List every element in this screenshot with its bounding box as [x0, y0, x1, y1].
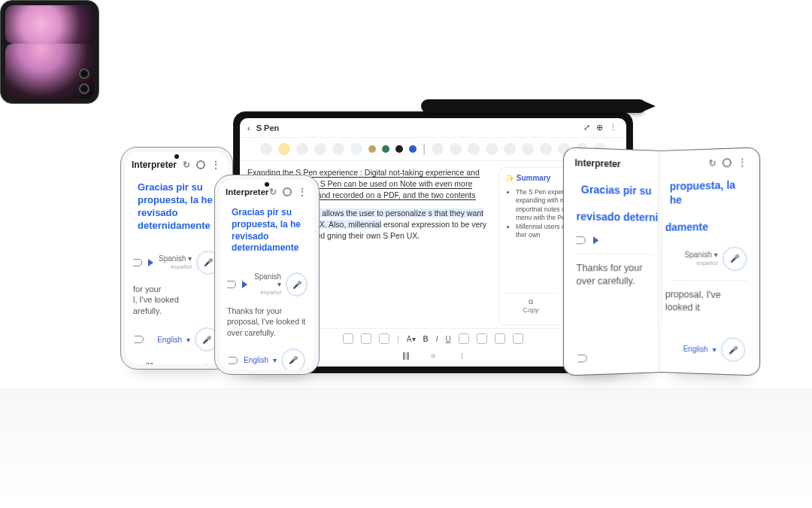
play-icon[interactable] — [148, 259, 153, 266]
play-icon[interactable] — [242, 281, 247, 288]
cloud-icon[interactable] — [350, 143, 362, 155]
redo-icon[interactable] — [450, 143, 462, 155]
sound-icon[interactable] — [229, 357, 238, 364]
more-icon[interactable]: ⋮ — [298, 187, 308, 196]
color-dot-2[interactable] — [382, 145, 389, 153]
settings-icon[interactable] — [723, 158, 732, 168]
interpreter-target-text-part1: Thanks for your — [568, 254, 660, 275]
nav-back-icon[interactable]: 〈 — [456, 351, 464, 362]
eraser-icon[interactable] — [314, 143, 326, 155]
settings-icon[interactable] — [196, 160, 205, 169]
phone-navbar: ‖‖ ○ 〈 — [126, 359, 228, 364]
italic-icon[interactable]: I — [436, 335, 438, 343]
interpreter-target-toolbar — [568, 348, 660, 370]
flip-cover-top — [5, 5, 94, 44]
camera-lens — [79, 84, 89, 94]
play-icon[interactable] — [593, 237, 598, 245]
nav-back-icon[interactable]: 〈 — [200, 362, 208, 364]
source-language-native: español — [696, 260, 717, 266]
flip-phone-closed — [0, 0, 99, 104]
nav-home-icon[interactable]: ○ — [431, 351, 435, 362]
mic-button[interactable]: 🎤 — [723, 246, 747, 271]
fold-phone-open: Interpreter Gracias pir su revisado dete… — [564, 151, 759, 373]
history-icon[interactable]: ↻ — [183, 160, 190, 169]
pen-icon[interactable] — [278, 143, 290, 155]
interpreter-header-right: ↻ ⋮ — [664, 153, 755, 174]
mic-icon[interactable] — [486, 143, 498, 155]
interpreter-target-toolbar: English ▾ 🎤 — [664, 331, 755, 370]
align-icon[interactable] — [459, 333, 469, 344]
cursor-icon[interactable] — [260, 143, 272, 155]
sound-icon[interactable] — [576, 237, 585, 245]
textcolor-icon[interactable] — [495, 333, 505, 344]
interpreter-source-text: Gracias pir su propuesta, la he revisado… — [227, 201, 307, 263]
camera-punch-hole — [174, 154, 179, 159]
fold-left-pane: Interpreter Gracias pir su revisado dete… — [563, 147, 665, 376]
bold-icon[interactable]: B — [423, 335, 429, 343]
sound-icon[interactable] — [133, 259, 142, 266]
sound-icon[interactable] — [578, 354, 587, 363]
interpreter-source-text-part4: damente — [665, 220, 747, 233]
back-icon[interactable]: ‹ — [247, 123, 250, 132]
source-language[interactable]: Spanish — [159, 254, 186, 263]
table-icon[interactable] — [522, 143, 534, 155]
expand-icon[interactable]: ⤢ — [583, 123, 590, 132]
interpreter-source-text-part2: revisado deterni — [576, 211, 659, 224]
more-icon[interactable]: ⋮ — [211, 160, 222, 169]
more-icon[interactable]: ⋮ — [609, 123, 619, 132]
more-icon[interactable]: ⋮ — [738, 157, 748, 167]
indent-icon[interactable] — [379, 333, 389, 344]
camera-lens — [79, 68, 89, 79]
undo-icon[interactable] — [432, 143, 444, 155]
nav-home-icon[interactable]: ○ — [174, 362, 179, 364]
interpreter-target-text-part3: proposal, I've looked it — [664, 281, 755, 316]
summary-copy-button[interactable]: ⧉Copy — [505, 293, 556, 318]
interpreter-source-toolbar — [568, 232, 660, 249]
underline-icon[interactable]: U — [446, 335, 451, 343]
numlist-icon[interactable] — [361, 333, 371, 344]
source-language[interactable]: Spanish — [254, 272, 281, 281]
mic-button[interactable]: 🎤 — [721, 337, 746, 363]
lasso-icon[interactable] — [332, 143, 344, 155]
sound-icon[interactable] — [227, 281, 236, 288]
font-indicator[interactable]: A▾ — [407, 335, 416, 343]
attach-icon[interactable] — [468, 143, 480, 155]
interpreter-source-toolbar: Spanish ▾ español 🎤 — [126, 246, 228, 278]
phone-1-screen: Interpreter ↻ ⋮ Gracias pir su propuesta… — [126, 152, 228, 364]
mic-button[interactable]: 🎤 — [286, 272, 308, 297]
color-dot-3[interactable] — [395, 145, 403, 153]
highlighter-icon[interactable] — [296, 143, 308, 155]
interpreter-title: Interpreter — [574, 157, 654, 170]
nav-recents-icon[interactable]: ‖‖ — [402, 351, 410, 362]
strike-icon[interactable] — [477, 333, 487, 344]
list-icon[interactable] — [343, 333, 353, 344]
nav-recents-icon[interactable]: ‖‖ — [146, 362, 153, 364]
summary-title: Summary — [517, 174, 551, 182]
history-icon[interactable]: ↻ — [709, 159, 717, 169]
source-language-native: español — [260, 289, 281, 296]
target-language[interactable]: English — [244, 356, 268, 364]
interpreter-header: Interpreter — [568, 153, 660, 175]
source-language[interactable]: Spanish — [685, 251, 712, 259]
interpreter-source-toolbar: Spanish ▾ español 🎤 — [664, 242, 755, 275]
checklist-icon[interactable] — [540, 143, 552, 155]
interpreter-target-text-part2: over carefully. — [568, 275, 660, 287]
color-dot-4[interactable] — [409, 145, 417, 153]
mic-button[interactable]: 🎤 — [281, 348, 305, 370]
color-dot-1[interactable] — [368, 145, 376, 153]
target-language[interactable]: English — [683, 344, 708, 353]
image-icon[interactable] — [504, 143, 516, 155]
sound-icon[interactable] — [135, 336, 144, 343]
history-icon[interactable]: ↻ — [269, 187, 277, 196]
interpreter-target-text: for yourl, I've lookedarefully. — [133, 284, 220, 318]
new-icon[interactable]: ⊕ — [596, 123, 603, 132]
fill-icon[interactable] — [513, 333, 523, 344]
interpreter-target-toolbar: English ▾ 🎤 — [126, 323, 228, 359]
interpreter-title: Interpreter — [132, 160, 183, 170]
interpreter-title: Interpreter — [226, 187, 269, 196]
stage: ‹ S Pen ⤢ ⊕ ⋮ | — [0, 0, 812, 508]
target-language[interactable]: English — [157, 336, 182, 344]
s-pen-stylus — [421, 99, 647, 113]
settings-icon[interactable] — [283, 187, 292, 196]
flip-cameras — [79, 68, 89, 94]
